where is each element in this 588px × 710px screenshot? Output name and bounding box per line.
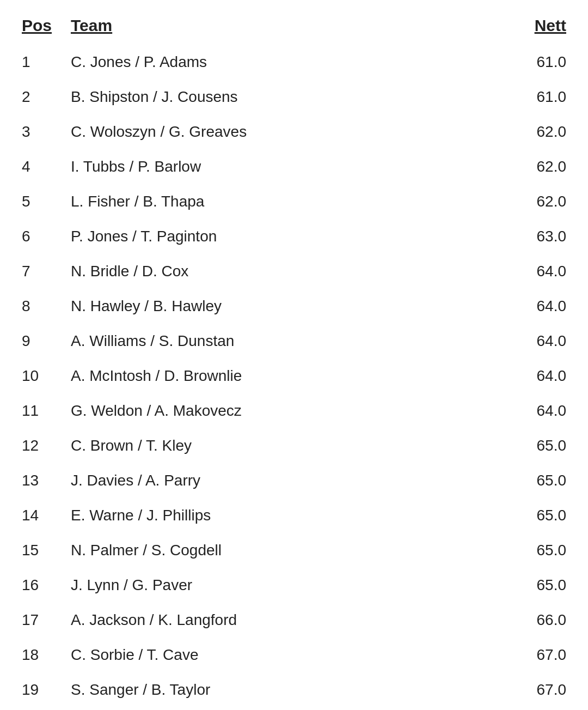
pos-cell: 17 [22, 611, 71, 629]
pos-cell: 16 [22, 577, 71, 594]
team-cell: N. Palmer / S. Cogdell [71, 542, 222, 559]
pos-cell: 15 [22, 542, 71, 559]
row-left: 12 C. Brown / T. Kley [22, 437, 192, 454]
row-left: 15 N. Palmer / S. Cogdell [22, 542, 222, 559]
table-row: 13 J. Davies / A. Parry 65.0 [22, 463, 566, 498]
rows-container: 1 C. Jones / P. Adams 61.0 2 B. Shipston… [22, 45, 566, 710]
table-row: 6 P. Jones / T. Paginton 63.0 [22, 219, 566, 254]
table-row: 17 A. Jackson / K. Langford 66.0 [22, 603, 566, 638]
table-row: 14 E. Warne / J. Phillips 65.0 [22, 498, 566, 533]
pos-cell: 2 [22, 88, 71, 106]
team-cell: N. Hawley / B. Hawley [71, 298, 222, 315]
pos-cell: 1 [22, 53, 71, 71]
team-cell: A. Jackson / K. Langford [71, 611, 237, 629]
row-left: 1 C. Jones / P. Adams [22, 53, 207, 71]
team-cell: C. Brown / T. Kley [71, 437, 192, 454]
nett-cell: 62.0 [523, 158, 566, 175]
table-row: 5 L. Fisher / B. Thapa 62.0 [22, 184, 566, 219]
nett-cell: 64.0 [523, 332, 566, 350]
team-cell: A. Williams / S. Dunstan [71, 332, 234, 350]
row-left: 14 E. Warne / J. Phillips [22, 507, 211, 524]
header-left: Pos Team [22, 16, 112, 35]
row-left: 9 A. Williams / S. Dunstan [22, 332, 234, 350]
table-row: 20 L. Hanratty / L. Hanratty 68.0 [22, 707, 566, 710]
team-cell: C. Woloszyn / G. Greaves [71, 123, 247, 141]
pos-cell: 11 [22, 402, 71, 420]
pos-cell: 3 [22, 123, 71, 141]
nett-column-header: Nett [535, 16, 566, 35]
team-cell: C. Sorbie / T. Cave [71, 646, 198, 664]
nett-cell: 63.0 [523, 228, 566, 245]
nett-cell: 62.0 [523, 193, 566, 210]
pos-cell: 7 [22, 263, 71, 280]
pos-cell: 13 [22, 472, 71, 489]
table-row: 11 G. Weldon / A. Makovecz 64.0 [22, 393, 566, 428]
table-row: 16 J. Lynn / G. Paver 65.0 [22, 568, 566, 603]
pos-cell: 6 [22, 228, 71, 245]
pos-cell: 9 [22, 332, 71, 350]
row-left: 18 C. Sorbie / T. Cave [22, 646, 198, 664]
row-left: 2 B. Shipston / J. Cousens [22, 88, 238, 106]
nett-cell: 65.0 [523, 437, 566, 454]
row-left: 4 I. Tubbs / P. Barlow [22, 158, 201, 175]
row-left: 5 L. Fisher / B. Thapa [22, 193, 204, 210]
team-cell: J. Lynn / G. Paver [71, 577, 192, 594]
row-left: 16 J. Lynn / G. Paver [22, 577, 192, 594]
pos-cell: 8 [22, 298, 71, 315]
team-cell: B. Shipston / J. Cousens [71, 88, 238, 106]
team-cell: A. McIntosh / D. Brownlie [71, 367, 242, 385]
pos-cell: 10 [22, 367, 71, 385]
nett-cell: 67.0 [523, 646, 566, 664]
team-cell: L. Fisher / B. Thapa [71, 193, 204, 210]
pos-cell: 4 [22, 158, 71, 175]
table-row: 19 S. Sanger / B. Taylor 67.0 [22, 672, 566, 707]
nett-cell: 67.0 [523, 681, 566, 699]
nett-cell: 66.0 [523, 611, 566, 629]
team-cell: J. Davies / A. Parry [71, 472, 200, 489]
table-row: 3 C. Woloszyn / G. Greaves 62.0 [22, 114, 566, 149]
team-column-header: Team [71, 16, 112, 35]
table-row: 10 A. McIntosh / D. Brownlie 64.0 [22, 359, 566, 393]
team-cell: P. Jones / T. Paginton [71, 228, 217, 245]
team-cell: I. Tubbs / P. Barlow [71, 158, 201, 175]
table-row: 7 N. Bridle / D. Cox 64.0 [22, 254, 566, 289]
row-left: 10 A. McIntosh / D. Brownlie [22, 367, 242, 385]
table-row: 4 I. Tubbs / P. Barlow 62.0 [22, 149, 566, 184]
table-row: 9 A. Williams / S. Dunstan 64.0 [22, 324, 566, 359]
leaderboard-table: Pos Team Nett 1 C. Jones / P. Adams 61.0… [22, 11, 566, 710]
nett-cell: 64.0 [523, 263, 566, 280]
team-cell: G. Weldon / A. Makovecz [71, 402, 242, 420]
nett-cell: 65.0 [523, 542, 566, 559]
table-row: 2 B. Shipston / J. Cousens 61.0 [22, 80, 566, 114]
team-cell: S. Sanger / B. Taylor [71, 681, 210, 699]
nett-cell: 62.0 [523, 123, 566, 141]
row-left: 7 N. Bridle / D. Cox [22, 263, 188, 280]
pos-column-header: Pos [22, 16, 71, 35]
team-cell: C. Jones / P. Adams [71, 53, 207, 71]
nett-cell: 64.0 [523, 402, 566, 420]
nett-cell: 65.0 [523, 507, 566, 524]
row-left: 11 G. Weldon / A. Makovecz [22, 402, 242, 420]
nett-cell: 64.0 [523, 298, 566, 315]
nett-cell: 61.0 [523, 88, 566, 106]
pos-cell: 18 [22, 646, 71, 664]
table-row: 12 C. Brown / T. Kley 65.0 [22, 428, 566, 463]
pos-cell: 19 [22, 681, 71, 699]
nett-cell: 64.0 [523, 367, 566, 385]
row-left: 8 N. Hawley / B. Hawley [22, 298, 222, 315]
row-left: 17 A. Jackson / K. Langford [22, 611, 237, 629]
team-cell: N. Bridle / D. Cox [71, 263, 188, 280]
table-header: Pos Team Nett [22, 11, 566, 45]
pos-cell: 14 [22, 507, 71, 524]
row-left: 3 C. Woloszyn / G. Greaves [22, 123, 247, 141]
table-row: 8 N. Hawley / B. Hawley 64.0 [22, 289, 566, 324]
nett-cell: 61.0 [523, 53, 566, 71]
nett-cell: 65.0 [523, 577, 566, 594]
row-left: 13 J. Davies / A. Parry [22, 472, 200, 489]
table-row: 1 C. Jones / P. Adams 61.0 [22, 45, 566, 80]
table-row: 15 N. Palmer / S. Cogdell 65.0 [22, 533, 566, 568]
pos-cell: 5 [22, 193, 71, 210]
table-row: 18 C. Sorbie / T. Cave 67.0 [22, 638, 566, 672]
row-left: 19 S. Sanger / B. Taylor [22, 681, 210, 699]
pos-cell: 12 [22, 437, 71, 454]
